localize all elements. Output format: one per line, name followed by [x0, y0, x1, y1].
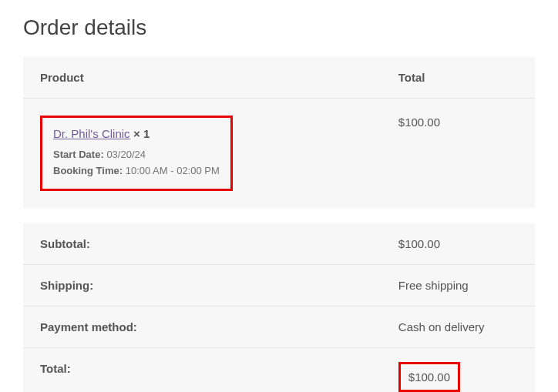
product-highlight-box: Dr. Phil's Clinic × 1 Start Date: 03/20/… [40, 116, 233, 191]
shipping-label: Shipping: [23, 264, 382, 306]
subtotal-label: Subtotal: [23, 216, 382, 265]
product-quantity: × 1 [133, 127, 150, 140]
qty-value: 1 [143, 127, 150, 140]
table-header-row: Product Total [23, 57, 535, 99]
payment-method-row: Payment method: Cash on delivery [23, 306, 535, 347]
start-date-row: Start Date: 03/20/24 [53, 147, 220, 163]
booking-time-row: Booking Time: 10:00 AM - 02:00 PM [53, 163, 220, 179]
payment-method-value: Cash on delivery [382, 306, 535, 347]
table-row: Dr. Phil's Clinic × 1 Start Date: 03/20/… [23, 99, 535, 216]
start-date-label: Start Date: [53, 149, 104, 160]
product-total-cell: $100.00 [382, 99, 535, 216]
order-details-table: Product Total Dr. Phil's Clinic × 1 Star… [23, 57, 535, 392]
column-header-product: Product [23, 57, 382, 99]
product-price: $100.00 [398, 116, 440, 129]
qty-prefix: × [133, 127, 140, 140]
shipping-row: Shipping: Free shipping [23, 264, 535, 306]
subtotal-value: $100.00 [382, 216, 535, 265]
payment-method-label: Payment method: [23, 306, 382, 347]
total-value: $100.00 [408, 370, 450, 384]
shipping-value: Free shipping [382, 264, 535, 306]
total-cell: $100.00 [382, 347, 535, 392]
booking-time-value: 10:00 AM - 02:00 PM [126, 165, 220, 176]
booking-time-label: Booking Time: [53, 165, 123, 176]
column-header-total: Total [382, 57, 535, 99]
product-link[interactable]: Dr. Phil's Clinic [53, 127, 130, 140]
subtotal-row: Subtotal: $100.00 [23, 216, 535, 265]
total-row: Total: $100.00 [23, 347, 535, 392]
total-label: Total: [23, 347, 382, 392]
product-cell: Dr. Phil's Clinic × 1 Start Date: 03/20/… [23, 99, 382, 216]
start-date-value: 03/20/24 [106, 149, 146, 160]
page-title: Order details [23, 15, 535, 40]
total-highlight-box: $100.00 [398, 362, 460, 392]
product-meta: Start Date: 03/20/24 Booking Time: 10:00… [53, 147, 220, 179]
